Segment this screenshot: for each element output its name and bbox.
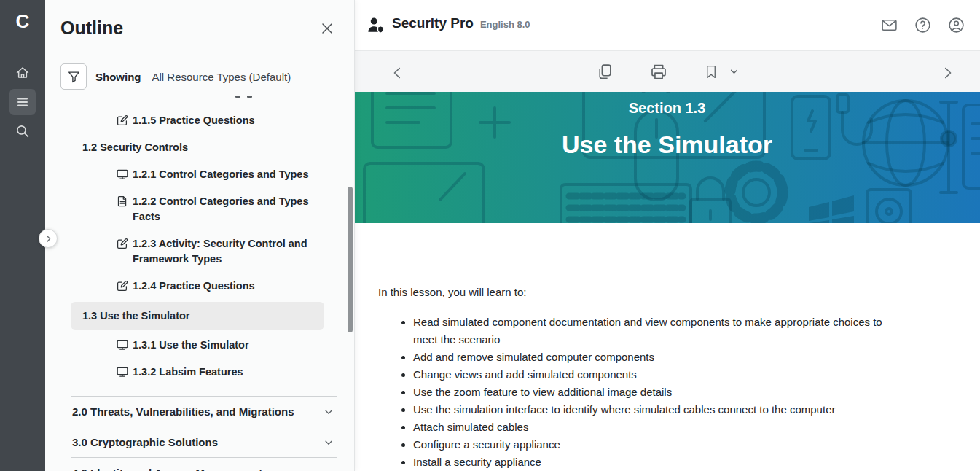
rail-item-outline[interactable] [9,89,36,115]
monitor-icon [117,366,128,378]
chevron-down-icon [324,437,334,448]
main-area: Security Pro English 8.0 Section 1.3 [354,0,980,471]
outline-item-label: 1.3.1 Use the Simulator [133,338,249,353]
outline-section-label: 3.0 Cryptographic Solutions [72,435,218,450]
banner-title: Use the Simulator [354,131,980,159]
course-title: Security Pro [392,15,474,31]
outline-item[interactable]: 1.2.1 Control Categories and Types [45,161,354,188]
next-page-button[interactable] [938,63,957,82]
outline-item[interactable]: 1.1.5 Practice Questions [45,107,354,134]
edit-icon [117,280,128,292]
chevron-down-icon [324,468,334,471]
monitor-icon [117,168,128,180]
copy-button[interactable] [594,61,615,82]
outline-section-label: 2.0 Threats, Vulnerabilities, and Migrat… [72,404,294,419]
objective-item: Use the zoom feature to view additional … [413,384,909,401]
bookmark-button[interactable] [702,63,720,81]
chevron-right-icon [44,234,53,244]
outline-panel: Outline Showing All Resource Types (Defa… [45,0,354,471]
objective-item: Add and remove simulated computer compon… [413,349,909,366]
document-icon [117,195,128,207]
outline-item[interactable]: 1.2.4 Practice Questions [45,273,354,300]
search-icon [15,124,30,139]
edit-icon [117,114,128,126]
back-arrow-icon [390,65,406,81]
outline-item[interactable]: 1.3.1 Use the Simulator [45,332,354,359]
chevron-down-icon [729,66,739,77]
rail-item-home[interactable] [9,60,36,86]
objective-item: Attach simulated cables [413,419,909,436]
copy-icon [595,63,614,81]
filter-value: All Resource Types (Default) [152,71,291,83]
lesson-content: In this lesson, you will learn to: Read … [354,223,980,471]
outline-list: 1.1.5 Practice Questions1.2 Security Con… [45,96,354,386]
outline-item[interactable]: 1.3.2 Labsim Features [45,359,354,386]
course-edition: English 8.0 [480,19,530,30]
outline-section-label: 4.0 Identity and Access Management [72,465,262,471]
chevron-down-icon [324,407,334,417]
outline-item-label: 1.1.5 Practice Questions [133,113,255,128]
lesson-intro: In this lesson, you will learn to: [378,284,951,300]
section-banner: Section 1.3 Use the Simulator [354,92,980,223]
outline-sections: 2.0 Threats, Vulnerabilities, and Migrat… [45,396,354,471]
clipped-item-fragment [235,96,354,100]
rail-nav [0,58,45,146]
outline-item-label: 1.3.2 Labsim Features [133,365,243,380]
menu-icon [15,95,30,109]
outline-section-collapsed[interactable]: 2.0 Threats, Vulnerabilities, and Migrat… [71,396,337,427]
outline-item-label: 1.2.2 Control Categories and Types Facts [133,194,315,225]
help-icon [914,16,932,34]
app-window: C Outline Showing All Resource Types (De… [0,0,980,471]
outline-item[interactable]: 1.2.2 Control Categories and Types Facts [45,188,354,230]
home-icon [15,66,30,80]
shield-user-icon [366,15,385,35]
objective-item: Change views and add simulated component… [413,366,909,384]
objective-item: Install a security appliance [413,454,909,471]
outline-scrollbar-thumb[interactable] [348,187,353,332]
content-toolbar [354,51,980,92]
bookmark-icon [703,64,718,79]
objective-item: Read simulated component documentation a… [413,314,909,349]
previous-page-button[interactable] [388,63,407,82]
course-header: Security Pro English 8.0 [354,0,980,51]
account-button[interactable] [946,15,967,36]
app-logo: C [0,0,45,35]
outline-item-label: 1.2.3 Activity: Security Control and Fra… [133,236,315,267]
filter-button[interactable] [60,63,87,90]
forward-arrow-icon [939,65,955,81]
print-button[interactable] [647,61,670,83]
objective-item: Configure a security appliance [413,436,909,454]
outline-section-collapsed[interactable]: 3.0 Cryptographic Solutions [71,427,337,457]
monitor-icon [117,339,128,351]
outline-item[interactable]: 1.2 Security Controls [45,134,354,161]
outline-item[interactable]: 1.2.3 Activity: Security Control and Fra… [45,230,354,273]
close-outline-button[interactable] [318,19,337,38]
banner-section-label: Section 1.3 [354,92,980,117]
outline-item-label: 1.3 Use the Simulator [82,310,189,322]
filter-icon [68,71,80,83]
outline-title: Outline [60,17,123,39]
rail-item-search[interactable] [9,118,36,144]
help-button[interactable] [912,15,933,36]
mail-icon [880,16,898,34]
objective-item: Use the simulation interface to identify… [413,401,909,419]
outline-section-collapsed[interactable]: 4.0 Identity and Access Management [71,457,337,471]
mail-button[interactable] [879,15,900,36]
bookmark-menu-button[interactable] [727,65,740,78]
objectives-list: Read simulated component documentation a… [378,314,909,471]
outline-item-label: 1.2 Security Controls [82,141,188,153]
close-icon [321,22,334,35]
filter-showing-label: Showing [95,71,141,83]
outline-item-label: 1.2.4 Practice Questions [133,279,255,294]
print-icon [648,62,668,82]
account-icon [947,16,965,34]
outline-item-selected[interactable]: 1.3 Use the Simulator [71,302,324,330]
outline-item-label: 1.2.1 Control Categories and Types [133,167,308,182]
panel-expand-button[interactable] [39,229,58,248]
edit-icon [117,238,128,249]
